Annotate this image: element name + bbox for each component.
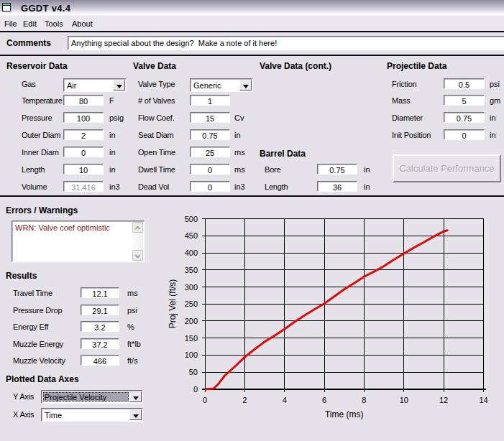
svg-text:300: 300	[185, 283, 198, 292]
svg-text:400: 400	[185, 249, 198, 257]
svg-text:150: 150	[185, 334, 198, 343]
svg-text:4: 4	[283, 396, 287, 404]
svg-text:Proj Vel (ft/s): Proj Vel (ft/s)	[168, 279, 178, 329]
svg-text:12: 12	[439, 396, 448, 404]
svg-text:100: 100	[185, 351, 198, 359]
svg-text:10: 10	[400, 396, 408, 404]
svg-text:500: 500	[185, 215, 198, 223]
svg-text:250: 250	[185, 300, 198, 308]
svg-text:350: 350	[185, 266, 198, 274]
svg-text:2: 2	[242, 396, 247, 404]
svg-text:Time (ms): Time (ms)	[325, 409, 364, 419]
svg-text:450: 450	[185, 231, 198, 240]
svg-text:200: 200	[185, 317, 198, 325]
svg-text:0: 0	[203, 396, 207, 404]
svg-text:14: 14	[479, 396, 487, 404]
svg-text:8: 8	[362, 396, 366, 404]
svg-text:6: 6	[322, 396, 326, 404]
svg-text:50: 50	[189, 368, 198, 376]
svg-text:0: 0	[193, 385, 198, 394]
